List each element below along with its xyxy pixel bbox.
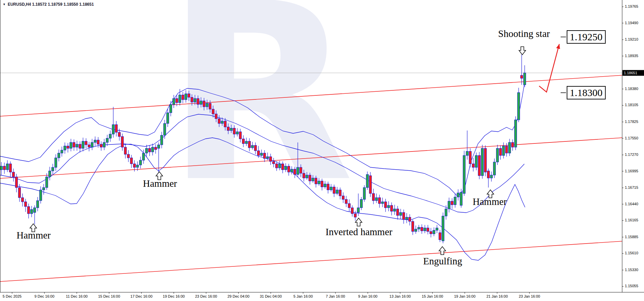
symbol-ohlc-line: EURUSD,H4 1.18572 1.18759 1.18550 1.1865… bbox=[8, 2, 94, 7]
candle-bull bbox=[394, 209, 396, 211]
candle-bear bbox=[79, 144, 81, 148]
candle-bull bbox=[194, 98, 196, 102]
candle-bull bbox=[357, 208, 360, 212]
candle-bear bbox=[212, 109, 214, 114]
annotation-label-hammer-3[interactable]: Hammer bbox=[473, 196, 507, 207]
candle-bull bbox=[31, 210, 33, 214]
time-axis-label: 29 Dec 04:00 bbox=[228, 294, 249, 298]
candle-bear bbox=[88, 145, 90, 147]
price-axis-label: 1.18935 bbox=[625, 54, 638, 58]
candle-bull bbox=[200, 101, 202, 104]
candle-bear bbox=[273, 161, 275, 164]
candle-bear bbox=[345, 200, 348, 204]
time-axis-label: 13 Jan 16:00 bbox=[390, 294, 411, 298]
candle-bull bbox=[360, 200, 363, 208]
arrow-down-icon-shooting-star[interactable] bbox=[519, 47, 526, 55]
candle-bull bbox=[466, 151, 469, 155]
bollinger-lower-band bbox=[0, 138, 525, 260]
candle-bear bbox=[127, 154, 130, 158]
candle-bull bbox=[6, 164, 9, 170]
candle-bear bbox=[372, 194, 375, 201]
candle-bear bbox=[303, 173, 305, 178]
candle-bull bbox=[206, 103, 208, 107]
candle-bull bbox=[445, 209, 447, 216]
price-axis-label: 1.18380 bbox=[625, 87, 638, 91]
candle-bear bbox=[28, 207, 30, 214]
candle-bear bbox=[118, 132, 121, 136]
candle-bull bbox=[70, 142, 72, 148]
candle-bear bbox=[512, 142, 514, 147]
candle-bear bbox=[209, 103, 211, 109]
candle-bull bbox=[448, 201, 450, 209]
candle-bull bbox=[139, 160, 142, 165]
price-axis-label: 1.16165 bbox=[625, 218, 638, 222]
candle-bull bbox=[366, 174, 369, 187]
time-axis-label: 19 Dec 16:00 bbox=[163, 294, 185, 298]
candle-bear bbox=[294, 169, 296, 174]
candle-bull bbox=[267, 157, 269, 158]
candle-bull bbox=[91, 142, 93, 147]
candle-bull bbox=[82, 141, 84, 148]
chevron-down-icon[interactable]: ▼ bbox=[3, 3, 6, 6]
chart-canvas[interactable] bbox=[0, 0, 644, 301]
price-axis-label: 1.16715 bbox=[625, 185, 638, 189]
annotation-label-hammer-2[interactable]: Hammer bbox=[143, 178, 177, 189]
candle-bull bbox=[518, 92, 520, 120]
annotation-label-shooting-star[interactable]: Shooting star bbox=[498, 28, 550, 39]
time-axis-label: 9 Jan 16:00 bbox=[358, 294, 377, 298]
forecast-arrow[interactable] bbox=[539, 44, 559, 92]
candle-bear bbox=[239, 132, 242, 139]
candle-bear bbox=[506, 146, 508, 153]
candle-bull bbox=[152, 147, 154, 152]
candle-bull bbox=[221, 121, 224, 123]
candle-bear bbox=[276, 164, 278, 168]
annotation-label-hammer-1[interactable]: Hammer bbox=[16, 230, 50, 241]
price-target-box-1.19250[interactable]: 1.19250 bbox=[567, 30, 606, 44]
candle-bear bbox=[484, 148, 487, 172]
candle-bear bbox=[257, 151, 260, 156]
candle-bear bbox=[403, 212, 405, 219]
candle-bull bbox=[375, 198, 378, 201]
time-axis-label: 31 Dec 04:00 bbox=[260, 294, 282, 298]
time-axis-label: 9 Dec 16:00 bbox=[35, 294, 54, 298]
candle-bear bbox=[224, 121, 227, 127]
candle-bull bbox=[297, 167, 299, 174]
upper-channel-line[interactable] bbox=[0, 75, 622, 116]
arrow-up-icon-inverted-hammer[interactable] bbox=[355, 218, 362, 226]
lower-channel-line[interactable] bbox=[0, 241, 622, 282]
price-axis-label: 1.17550 bbox=[625, 136, 638, 140]
candle-bear bbox=[85, 141, 87, 145]
annotation-label-inverted-hammer[interactable]: Inverted hammer bbox=[326, 226, 393, 238]
candle-bear bbox=[327, 184, 329, 190]
arrow-up-icon-engulfing[interactable] bbox=[439, 247, 446, 255]
candle-bear bbox=[478, 156, 481, 176]
candle-bull bbox=[158, 145, 160, 148]
candle-bull bbox=[285, 166, 287, 170]
candle-bear bbox=[521, 75, 523, 78]
price-axis-label: 1.19210 bbox=[625, 37, 638, 41]
annotation-label-engulfing[interactable]: Engulfing bbox=[423, 256, 462, 267]
candle-bear bbox=[22, 198, 24, 202]
candle-bear bbox=[451, 201, 453, 205]
candle-bear bbox=[12, 172, 15, 177]
price-axis-label: 1.15330 bbox=[625, 268, 638, 272]
candle-bull bbox=[433, 230, 435, 234]
candle-bear bbox=[149, 148, 151, 152]
bollinger-middle-band bbox=[0, 114, 524, 213]
candle-bear bbox=[300, 167, 302, 173]
candle-bull bbox=[236, 132, 239, 134]
time-axis-label: 15 Jan 16:00 bbox=[422, 294, 443, 298]
candle-bear bbox=[315, 178, 317, 184]
price-scale-area[interactable] bbox=[622, 0, 644, 292]
time-scale-area[interactable] bbox=[0, 293, 644, 301]
candle-bear bbox=[342, 196, 345, 200]
candle-bull bbox=[415, 229, 417, 231]
time-axis-label: 5 Dec 2025 bbox=[3, 294, 22, 298]
candle-bear bbox=[339, 190, 341, 196]
candle-bear bbox=[351, 208, 354, 214]
candle-bull bbox=[481, 148, 484, 176]
price-target-box-1.18300[interactable]: 1.18300 bbox=[567, 86, 606, 99]
candle-bull bbox=[493, 162, 496, 175]
candle-bull bbox=[279, 164, 281, 168]
candle-bull bbox=[260, 153, 263, 156]
